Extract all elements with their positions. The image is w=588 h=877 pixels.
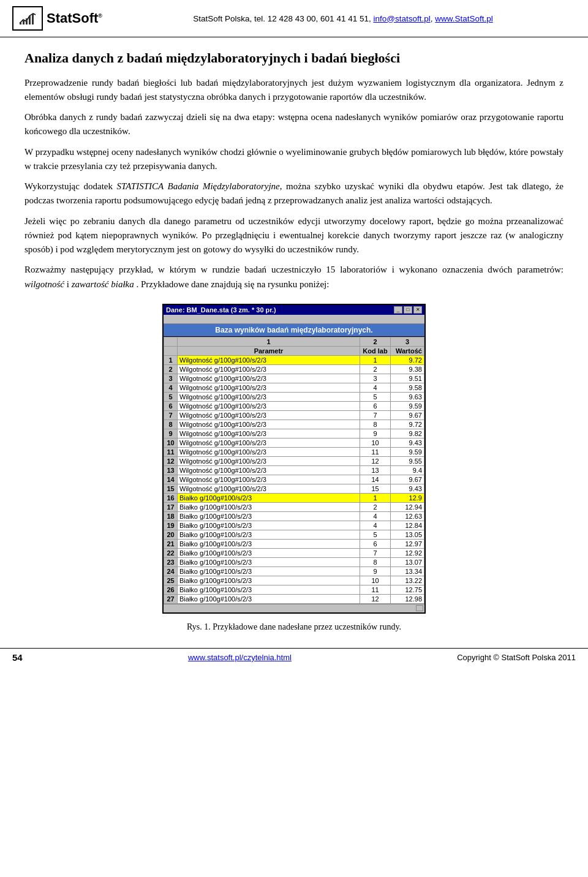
cell-value: 13.07 — [391, 557, 424, 566]
table-row: 18Białko g/100g#100/s/2/3412.63 — [164, 511, 424, 521]
paragraph-6: Jeżeli więc po zebraniu danych dla daneg… — [24, 214, 564, 257]
page-header: StatSoft® StatSoft Polska, tel. 12 428 4… — [0, 0, 588, 37]
table-row: 22Białko g/100g#100/s/2/3712.92 — [164, 548, 424, 557]
maximize-button[interactable]: □ — [404, 306, 412, 314]
table-row: 9Wilgotność g/100g#100/s/2/399.82 — [164, 429, 424, 438]
cell-kod: 13 — [360, 465, 391, 475]
svg-rect-4 — [32, 14, 34, 24]
row-number: 1 — [164, 355, 178, 364]
row-number: 16 — [164, 493, 178, 502]
cell-value: 12.94 — [391, 502, 424, 511]
table-row: 2Wilgotność g/100g#100/s/2/329.38 — [164, 364, 424, 374]
table-row: 6Wilgotność g/100g#100/s/2/369.59 — [164, 401, 424, 410]
row-number: 26 — [164, 585, 178, 594]
cell-param: Wilgotność g/100g#100/s/2/3 — [178, 438, 360, 447]
cell-value: 9.59 — [391, 447, 424, 456]
cell-param: Wilgotność g/100g#100/s/2/3 — [178, 383, 360, 392]
spreadsheet-subheader: Baza wyników badań międzylaboratoryjnych… — [164, 324, 424, 337]
cell-param: Wilgotność g/100g#100/s/2/3 — [178, 456, 360, 465]
cell-value: 12.63 — [391, 511, 424, 521]
main-content: Analiza danych z badań międzylaboratoryj… — [0, 37, 588, 648]
cell-param: Białko g/100g#100/s/2/3 — [178, 539, 360, 548]
col-subheader-0 — [164, 346, 178, 355]
cell-kod: 5 — [360, 392, 391, 401]
spreadsheet-title: Dane: BM_Dane.sta (3 zm. * 30 pr.) — [166, 306, 276, 314]
cell-param: Wilgotność g/100g#100/s/2/3 — [178, 429, 360, 438]
cell-param: Białko g/100g#100/s/2/3 — [178, 521, 360, 530]
cell-kod: 7 — [360, 548, 391, 557]
cell-param: Białko g/100g#100/s/2/3 — [178, 566, 360, 576]
cell-value: 9.59 — [391, 401, 424, 410]
row-number: 13 — [164, 465, 178, 475]
table-row: 15Wilgotność g/100g#100/s/2/3159.43 — [164, 484, 424, 493]
col-subheader-val: Wartość — [391, 346, 424, 355]
cell-kod: 11 — [360, 585, 391, 594]
cell-param: Wilgotność g/100g#100/s/2/3 — [178, 420, 360, 429]
cell-kod: 7 — [360, 410, 391, 420]
row-number: 19 — [164, 521, 178, 530]
logo-area: StatSoft® — [12, 6, 110, 31]
scrollbar[interactable] — [164, 604, 424, 612]
czytelnia-link[interactable]: www.statsoft.pl/czytelnia.html — [188, 653, 292, 662]
cell-value: 12.84 — [391, 521, 424, 530]
page-footer: 54 www.statsoft.pl/czytelnia.html Copyri… — [0, 648, 588, 666]
row-number: 23 — [164, 557, 178, 566]
cell-param: Białko g/100g#100/s/2/3 — [178, 585, 360, 594]
param2-italic: zawartość białka — [72, 279, 134, 289]
header-contact: StatSoft Polska, tel. 12 428 43 00, 601 … — [110, 14, 576, 23]
cell-value: 13.22 — [391, 576, 424, 585]
minimize-button[interactable]: _ — [394, 306, 402, 314]
cell-kod: 12 — [360, 456, 391, 465]
table-row: 27Białko g/100g#100/s/2/31212.98 — [164, 594, 424, 603]
table-row: 23Białko g/100g#100/s/2/3813.07 — [164, 557, 424, 566]
cell-param: Wilgotność g/100g#100/s/2/3 — [178, 447, 360, 456]
svg-rect-3 — [29, 16, 31, 24]
close-button[interactable]: ✕ — [413, 306, 422, 314]
paragraph-2: Obróbka danych z rundy badań zazwyczaj d… — [24, 110, 564, 139]
row-number: 17 — [164, 502, 178, 511]
copyright-text: Copyright © StatSoft Polska 2011 — [457, 653, 576, 662]
footer-link[interactable]: www.statsoft.pl/czytelnia.html — [188, 653, 292, 662]
website-link[interactable]: www.StatSoft.pl — [435, 14, 493, 23]
para7-end: . Przykładowe dane znajdują się na rysun… — [137, 279, 330, 289]
spreadsheet-menubar — [164, 315, 424, 324]
cell-kod: 1 — [360, 355, 391, 364]
cell-param: Białko g/100g#100/s/2/3 — [178, 557, 360, 566]
table-row: 17Białko g/100g#100/s/2/3212.94 — [164, 502, 424, 511]
cell-value: 9.55 — [391, 456, 424, 465]
cell-value: 9.72 — [391, 355, 424, 364]
table-row: 8Wilgotność g/100g#100/s/2/389.72 — [164, 420, 424, 429]
cell-kod: 5 — [360, 530, 391, 539]
window-controls[interactable]: _ □ ✕ — [394, 306, 422, 314]
row-number: 14 — [164, 475, 178, 484]
email-link[interactable]: info@statsoft.pl — [373, 14, 430, 23]
cell-param: Wilgotność g/100g#100/s/2/3 — [178, 355, 360, 364]
cell-value: 9.72 — [391, 420, 424, 429]
row-number: 25 — [164, 576, 178, 585]
table-row: 19Białko g/100g#100/s/2/3412.84 — [164, 521, 424, 530]
cell-value: 9.63 — [391, 392, 424, 401]
scroll-thumb[interactable] — [416, 605, 423, 611]
cell-kod: 9 — [360, 429, 391, 438]
para7-start: Rozważmy następujący przykład, w którym … — [24, 265, 564, 274]
table-row: 26Białko g/100g#100/s/2/31112.75 — [164, 585, 424, 594]
svg-rect-1 — [23, 20, 24, 24]
cell-value: 12.97 — [391, 539, 424, 548]
cell-kod: 4 — [360, 511, 391, 521]
cell-param: Białko g/100g#100/s/2/3 — [178, 594, 360, 603]
table-row: 25Białko g/100g#100/s/2/31013.22 — [164, 576, 424, 585]
table-row: 7Wilgotność g/100g#100/s/2/379.67 — [164, 410, 424, 420]
cell-kod: 8 — [360, 420, 391, 429]
table-row: 10Wilgotność g/100g#100/s/2/3109.43 — [164, 438, 424, 447]
cell-value: 12.98 — [391, 594, 424, 603]
cell-kod: 3 — [360, 374, 391, 383]
row-number: 27 — [164, 594, 178, 603]
svg-rect-2 — [26, 18, 28, 24]
cell-kod: 12 — [360, 594, 391, 603]
row-number: 24 — [164, 566, 178, 576]
row-number: 2 — [164, 364, 178, 374]
cell-param: Wilgotność g/100g#100/s/2/3 — [178, 392, 360, 401]
cell-kod: 11 — [360, 447, 391, 456]
cell-param: Wilgotność g/100g#100/s/2/3 — [178, 401, 360, 410]
cell-param: Białko g/100g#100/s/2/3 — [178, 502, 360, 511]
